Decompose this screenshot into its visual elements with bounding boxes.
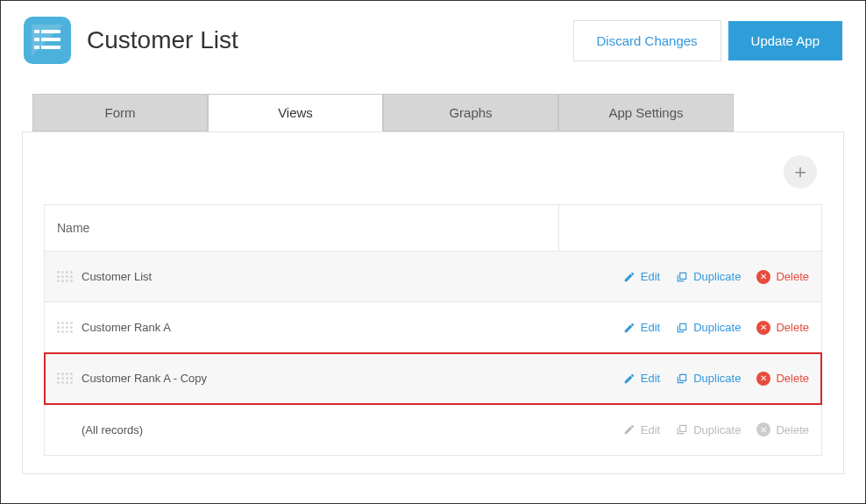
delete-button[interactable]: ✕Delete: [756, 321, 809, 335]
drag-handle-icon[interactable]: [57, 266, 73, 288]
row-name-cell: Customer Rank A - Copy: [45, 367, 558, 390]
table-row: Customer ListEditDuplicate✕Delete: [45, 252, 821, 302]
duplicate-icon: [676, 373, 688, 385]
close-icon: ✕: [756, 372, 770, 386]
view-name: Customer Rank A - Copy: [82, 372, 207, 385]
row-actions: EditDuplicate✕Delete: [558, 372, 821, 386]
duplicate-icon: [676, 271, 688, 283]
add-view-button[interactable]: ＋: [784, 155, 817, 188]
page-title: Customer List: [87, 26, 566, 54]
tab-form[interactable]: Form: [32, 94, 208, 131]
delete-button: ✕Delete: [756, 422, 809, 437]
tab-graphs[interactable]: Graphs: [383, 94, 558, 131]
edit-button[interactable]: Edit: [623, 372, 660, 385]
view-name: Customer Rank A: [82, 321, 171, 334]
duplicate-button[interactable]: Duplicate: [676, 321, 741, 334]
update-app-button[interactable]: Update App: [728, 21, 842, 60]
tabs: Form Views Graphs App Settings: [32, 94, 834, 131]
column-header-name: Name: [45, 205, 558, 251]
svg-rect-5: [41, 46, 60, 49]
pencil-icon: [623, 373, 635, 385]
list-icon: [32, 25, 63, 56]
edit-button[interactable]: Edit: [623, 321, 660, 334]
row-actions: EditDuplicate✕Delete: [558, 422, 821, 437]
table-row: Customer Rank AEditDuplicate✕Delete: [45, 302, 821, 353]
close-icon: ✕: [756, 321, 770, 335]
drag-handle-icon[interactable]: [57, 316, 73, 339]
row-actions: EditDuplicate✕Delete: [558, 321, 821, 335]
duplicate-icon: [676, 322, 688, 334]
table-header: Name: [45, 205, 821, 252]
row-name-cell: Customer Rank A: [45, 316, 558, 339]
pencil-icon: [623, 322, 635, 334]
tab-app-settings[interactable]: App Settings: [558, 94, 734, 131]
duplicate-button: Duplicate: [676, 423, 741, 437]
edit-button: Edit: [623, 423, 660, 437]
tab-views[interactable]: Views: [208, 94, 383, 131]
delete-button[interactable]: ✕Delete: [756, 270, 809, 284]
duplicate-button[interactable]: Duplicate: [676, 270, 741, 283]
plus-icon: ＋: [791, 159, 810, 185]
view-name: (All records): [82, 423, 143, 437]
duplicate-icon: [676, 423, 688, 436]
pencil-icon: [623, 423, 635, 436]
edit-button[interactable]: Edit: [623, 270, 660, 283]
close-icon: ✕: [756, 270, 770, 284]
column-header-actions: [558, 205, 821, 251]
app-icon: [24, 17, 71, 64]
views-table: Name Customer ListEditDuplicate✕DeleteCu…: [44, 204, 822, 456]
discard-changes-button[interactable]: Discard Changes: [573, 20, 721, 61]
close-icon: ✕: [756, 422, 770, 437]
duplicate-button[interactable]: Duplicate: [676, 372, 741, 385]
row-actions: EditDuplicate✕Delete: [558, 270, 821, 284]
views-panel: ＋ Name Customer ListEditDuplicate✕Delete…: [22, 131, 844, 474]
drag-handle-icon[interactable]: [57, 367, 73, 390]
row-name-cell: Customer List: [45, 266, 558, 288]
table-row: Customer Rank A - CopyEditDuplicate✕Dele…: [45, 353, 821, 404]
row-name-cell: (All records): [45, 423, 558, 437]
delete-button[interactable]: ✕Delete: [756, 372, 809, 386]
pencil-icon: [623, 271, 635, 283]
view-name: Customer List: [82, 270, 152, 283]
table-row: (All records)EditDuplicate✕Delete: [45, 404, 821, 455]
